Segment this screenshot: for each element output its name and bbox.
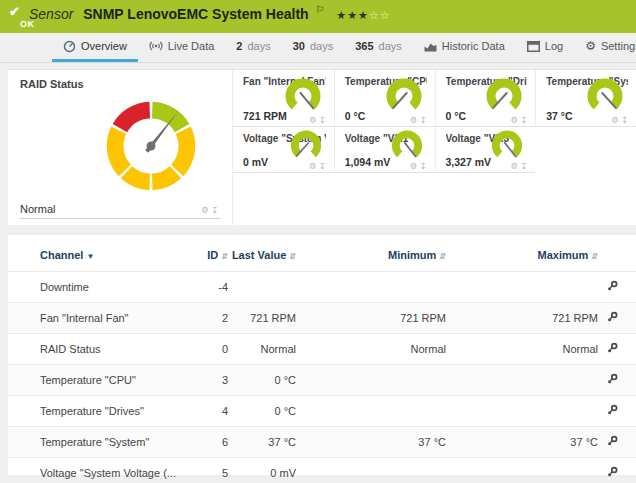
channel-row-4[interactable]: Temperature "CPU"30 °C [8,365,636,396]
chart-icon [424,41,437,52]
cell-tools[interactable] [598,396,636,427]
stars-empty[interactable]: ☆☆ [369,9,391,21]
gauge-value: 3,327 mV [446,156,492,168]
cell-maximum: 721 RPM [446,303,598,334]
edit-channel-icon[interactable] [607,280,618,292]
gauge-tile-actions[interactable]: ⚙↧ [201,205,220,215]
gauge-tile-5[interactable]: Voltage "System Voltage (12... 0 mV⚙↧ [233,127,334,173]
gauge-tile-3[interactable]: Temperature "Drives" 0 °C⚙↧ [435,70,536,127]
channel-row-7[interactable]: Voltage "System Voltage (...50 mV [8,458,636,483]
flag-icon[interactable]: ⚐ [316,4,325,15]
gear-icon[interactable]: ⚙ [511,161,521,171]
pin-icon[interactable]: ↧ [211,205,220,215]
gear-icon[interactable]: ⚙ [410,161,420,171]
channel-row-5[interactable]: Temperature "Drives"40 °C [8,396,636,427]
gauge-tile-actions[interactable]: ⚙↧ [309,115,328,125]
cell-channel[interactable]: Temperature "Drives" [8,396,183,427]
cell-channel[interactable]: Temperature "CPU" [8,365,183,396]
pin-icon[interactable]: ↧ [319,115,328,125]
gear-icon[interactable]: ⚙ [511,115,521,125]
gauge-tile-actions[interactable]: ⚙↧ [309,161,328,171]
gear-icon[interactable]: ⚙ [309,161,319,171]
tab-2-days[interactable]: 2days [225,33,281,62]
edit-channel-icon[interactable] [607,466,618,478]
cell-channel[interactable]: Fan "Internal Fan" [8,303,183,334]
star-rating[interactable]: ★★★☆☆ [336,9,390,21]
gauge-tile-actions[interactable]: ⚙↧ [511,115,530,125]
gauge-tile-6[interactable]: Voltage "V1.1" 1,094 mV⚙↧ [334,127,435,173]
object-kind-label: Sensor [29,6,73,22]
tab-settings[interactable]: ⚙Settings [574,33,636,62]
pin-icon[interactable]: ↧ [520,161,529,171]
column-header-maximum[interactable]: Maximum⇵ [446,247,598,272]
pin-icon[interactable]: ↧ [621,115,630,125]
tab-live-data[interactable]: Live Data [138,33,225,62]
cell-id: 0 [183,334,228,365]
channel-table: Channel▼ ID⇵ Last Value⇵ Minimum⇵ Maximu… [8,247,636,483]
gauge-value: 0 °C [345,110,366,122]
cell-channel[interactable]: RAID Status [8,334,183,365]
edit-channel-icon[interactable] [607,435,618,447]
gauge-tile-actions[interactable]: ⚙↧ [410,161,429,171]
mini-gauge-dial [281,78,325,116]
cell-last-value: 0 °C [228,365,296,396]
log-icon [527,41,540,52]
stars-filled[interactable]: ★★★ [336,9,369,21]
tab-log[interactable]: Log [516,33,574,62]
channel-row-2[interactable]: Fan "Internal Fan"2721 RPM721 RPM721 RPM [8,303,636,334]
cell-channel[interactable]: Voltage "System Voltage (... [8,458,183,483]
raid-status-tile[interactable]: RAID Status Normal ⚙↧ [8,70,233,225]
column-header-channel[interactable]: Channel▼ [8,247,183,272]
cell-channel[interactable]: Downtime [8,272,183,303]
gauge-value: 37 °C [546,110,572,122]
cell-channel[interactable]: Temperature "System" [8,427,183,458]
channel-row-1[interactable]: Downtime-4 [8,272,636,303]
pin-icon[interactable]: ↧ [319,161,328,171]
channel-row-3[interactable]: RAID Status0NormalNormalNormal [8,334,636,365]
raid-gauge-value: Normal [20,203,55,215]
gauge-tile-4[interactable]: Temperature "System" 37 °C⚙↧ [535,70,636,127]
column-header-tools [598,247,636,272]
edit-channel-icon[interactable] [607,404,618,416]
gauge-value: 721 RPM [243,110,287,122]
pin-icon[interactable]: ↧ [419,161,428,171]
raid-gauge-dial [92,87,210,205]
sort-desc-icon: ▼ [86,252,94,261]
cell-tools[interactable] [598,365,636,396]
tab-label: days [310,40,333,52]
gear-icon[interactable]: ⚙ [611,115,621,125]
pin-icon[interactable]: ↧ [419,115,428,125]
sort-icon: ⇵ [221,252,228,261]
gear-icon[interactable]: ⚙ [309,115,319,125]
tab-overview[interactable]: Overview [52,33,138,62]
gauge-tile-actions[interactable]: ⚙↧ [611,115,630,125]
cell-tools[interactable] [598,458,636,483]
gear-icon[interactable]: ⚙ [410,115,420,125]
cell-tools[interactable] [598,272,636,303]
gauge-icon [63,40,76,53]
cell-tools[interactable] [598,303,636,334]
edit-channel-icon[interactable] [607,311,618,323]
tab-30-days[interactable]: 30days [282,33,345,62]
gauge-tile-1[interactable]: Fan "Internal Fan" 721 RPM⚙↧ [233,70,334,127]
column-header-minimum[interactable]: Minimum⇵ [296,247,446,272]
gauge-tile-actions[interactable]: ⚙↧ [511,161,530,171]
tab-historic-data[interactable]: Historic Data [413,33,516,62]
gear-icon[interactable]: ⚙ [201,205,211,215]
edit-channel-icon[interactable] [607,342,618,354]
gauge-tile-7[interactable]: Voltage "V3.3" 3,327 mV⚙↧ [435,127,536,173]
pin-icon[interactable]: ↧ [520,115,529,125]
channel-row-6[interactable]: Temperature "System"637 °C37 °C37 °C [8,427,636,458]
column-header-last-value[interactable]: Last Value⇵ [228,247,296,272]
cell-tools[interactable] [598,334,636,365]
sensor-title: SNMP LenovoEMC System Health [83,6,308,22]
check-icon: ✔ [9,4,20,19]
cell-id: -4 [183,272,228,303]
tab-365-days[interactable]: 365days [344,33,413,62]
gauge-tile-actions[interactable]: ⚙↧ [410,115,429,125]
cell-tools[interactable] [598,427,636,458]
raid-gauge-label: RAID Status [20,78,84,90]
edit-channel-icon[interactable] [607,373,618,385]
gauge-tile-2[interactable]: Temperature "CPU" 0 °C⚙↧ [334,70,435,127]
column-header-id[interactable]: ID⇵ [183,247,228,272]
